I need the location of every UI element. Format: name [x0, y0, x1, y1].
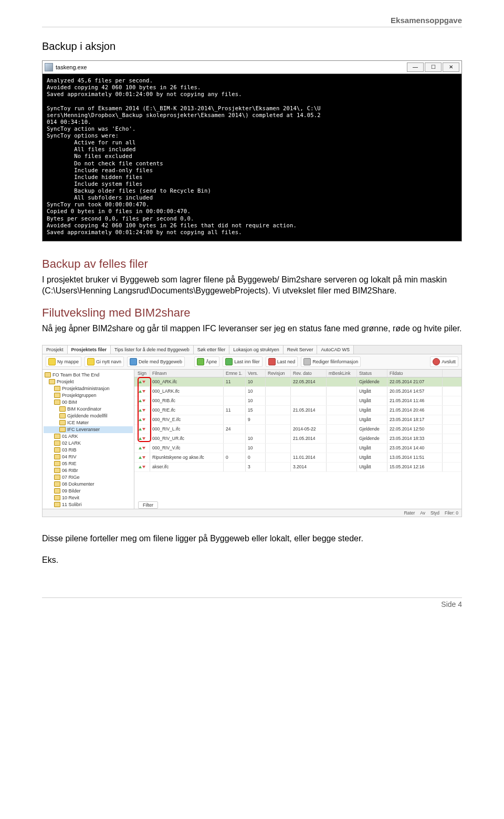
tree-node[interactable]: 03 RIB [44, 447, 133, 454]
col-sign[interactable]: Sign [134, 370, 150, 377]
cell: 000_LARK.ifc [150, 387, 224, 396]
cell: 11 [224, 377, 246, 386]
tree-node[interactable]: 02 LARK [44, 440, 133, 447]
tree-node[interactable]: Gjeldende modellfil [44, 413, 133, 419]
status-bar: Rater Av Styd Filer: 0 [43, 509, 461, 517]
col-revdato[interactable]: Rev. dato [291, 370, 327, 377]
folder-tree[interactable]: FO Team Bot The EndProsjektProsjektadmin… [43, 370, 134, 509]
cell [291, 387, 327, 396]
table-row[interactable]: Ripunktskyene og akse.ifc0011.01.2014Utg… [134, 453, 461, 463]
tree-node[interactable]: 07 RIGe [44, 474, 133, 481]
last-inn-button[interactable]: Last inn filer [223, 356, 262, 367]
tree-node[interactable]: 05 RIE [44, 460, 133, 467]
maximize-button[interactable]: ☐ [425, 62, 442, 72]
avslutt-button[interactable]: Avslutt [430, 356, 458, 367]
col-vers[interactable]: Vers. [246, 370, 266, 377]
cell [224, 387, 246, 396]
folder-icon [54, 488, 60, 494]
tree-node[interactable]: 12 Underlag Eksamen [44, 508, 133, 509]
cell [327, 415, 357, 424]
tree-node[interactable]: IFC Leveranser [44, 426, 133, 433]
cell [291, 396, 327, 405]
tree-node[interactable]: 00 BIM [44, 399, 133, 406]
col-status[interactable]: Status [357, 370, 387, 377]
doc-title: Backup i aksjon [42, 40, 462, 52]
last-ned-button[interactable]: Last ned [266, 356, 298, 367]
cell [224, 444, 246, 453]
tree-label: Prosjekt [57, 379, 74, 385]
tree-node[interactable]: 08 Dokumenter [44, 481, 133, 488]
gi-nytt-navn-button[interactable]: Gi nytt navn [85, 356, 124, 367]
tree-node[interactable]: Prosjektgruppen [44, 392, 133, 399]
dele-med-button[interactable]: Dele med Byggeweb [127, 356, 185, 367]
cell: akser.ifc [150, 463, 224, 471]
tree-node[interactable]: 01 ARK [44, 433, 133, 440]
tree-node[interactable]: ICE Møter [44, 419, 133, 426]
cell [266, 444, 291, 453]
tree-node[interactable]: 11 Solibri [44, 501, 133, 508]
tab-lokasjon[interactable]: Lokasjon og struktyen [229, 345, 284, 354]
cell [266, 463, 291, 471]
tree-node[interactable]: 04 RIV [44, 454, 133, 460]
table-row[interactable]: 000_RIE.ifc111521.05.2014Utgått21.05.201… [134, 406, 461, 415]
cell: Gjeldende [357, 377, 387, 386]
col-revisjon[interactable]: Revisjon [266, 370, 291, 377]
cell [224, 396, 246, 405]
minimize-button[interactable]: — [407, 62, 424, 72]
table-row[interactable]: akser.ifc33.2014Utgått15.05.2014 12:16 [134, 463, 461, 472]
table-row[interactable]: 000_RIV_UR.ifc1021.05.2014Gjeldende23.05… [134, 434, 461, 444]
cell [266, 453, 291, 462]
apne-button[interactable]: Åpne [194, 356, 219, 367]
tab-autocad-ws[interactable]: AutoCAD WS [317, 345, 354, 354]
tree-node[interactable]: Prosjekt [44, 379, 133, 385]
col-filnavn[interactable]: Filnavn [150, 370, 224, 377]
sync-status-icon [134, 406, 150, 415]
page-header: Eksamensoppgave [42, 16, 462, 27]
col-emne[interactable]: Emne 1. [224, 370, 246, 377]
cell [246, 425, 266, 434]
close-button[interactable]: ✕ [443, 62, 459, 72]
cell: 22.05.2014 21:07 [387, 377, 443, 386]
console-titlebar: taskeng.exe — ☐ ✕ [42, 60, 462, 74]
sync-status-icon [134, 396, 150, 405]
table-row[interactable]: 000_LARK.ifc10Utgått20.05.2014 14:57 [134, 387, 461, 396]
tree-label: IFC Leveranser [67, 426, 100, 433]
cell: 0 [246, 453, 266, 462]
tree-node[interactable]: 09 Bilder [44, 488, 133, 495]
folder-icon [54, 475, 60, 480]
table-row[interactable]: 000_RIV_L.ifc242014-05-22Gjeldende22.05.… [134, 425, 461, 434]
tree-node[interactable]: FO Team Bot The End [44, 372, 133, 379]
cell: 000_RIV_L.ifc [150, 425, 224, 434]
tab-prosjektets-filer[interactable]: Prosjektets filer [68, 345, 111, 354]
tree-node[interactable]: 06 RIBr [44, 467, 133, 474]
tab-tips[interactable]: Tips lister for å dele med Byggeweb [111, 345, 194, 354]
table-row[interactable]: 000_RIV_E.ifc9Utgått23.05.2014 18:17 [134, 415, 461, 425]
folder-icon [54, 454, 60, 459]
col-fildato[interactable]: Fildato [387, 370, 443, 377]
cell [327, 463, 357, 471]
tree-node[interactable]: BIM Koordinator [44, 406, 133, 413]
tab-sok[interactable]: Søk etter filer [194, 345, 230, 354]
tree-label: FO Team Bot The End [52, 372, 99, 379]
status-filer: Filer: 0 [445, 510, 458, 516]
rediger-button[interactable]: Rediger filinformasjon [301, 356, 361, 367]
cell: 000_RIV_UR.ifc [150, 434, 224, 443]
table-row[interactable]: 000_RIV_V.ifc10Utgått23.05.2014 14:40 [134, 444, 461, 453]
rename-icon [87, 358, 94, 365]
heading-filutveksling: Filutveksling med BIM2share [42, 306, 462, 320]
col-mbesk[interactable]: mBeskLink [327, 370, 357, 377]
table-row[interactable]: 000_ARK.ifc111022.05.2014Gjeldende22.05.… [134, 377, 461, 387]
tab-prosjekt[interactable]: Prosjekt [43, 345, 68, 354]
cell [291, 444, 327, 453]
cell: 000_RIV_E.ifc [150, 415, 224, 424]
folder-icon [54, 468, 60, 473]
folder-icon [54, 434, 60, 439]
filter-button[interactable]: Filter [138, 501, 158, 509]
tree-node[interactable]: 10 Revit [44, 495, 133, 501]
table-row[interactable]: 000_RIB.ifc10Utgått21.05.2014 11:46 [134, 396, 461, 406]
cell: Gjeldende [357, 425, 387, 434]
folder-icon [48, 358, 56, 365]
ny-mappe-button[interactable]: Ny mappe [46, 356, 81, 367]
tab-revit-server[interactable]: Revit Server [284, 345, 318, 354]
tree-node[interactable]: Prosjektadministrasjon [44, 385, 133, 392]
